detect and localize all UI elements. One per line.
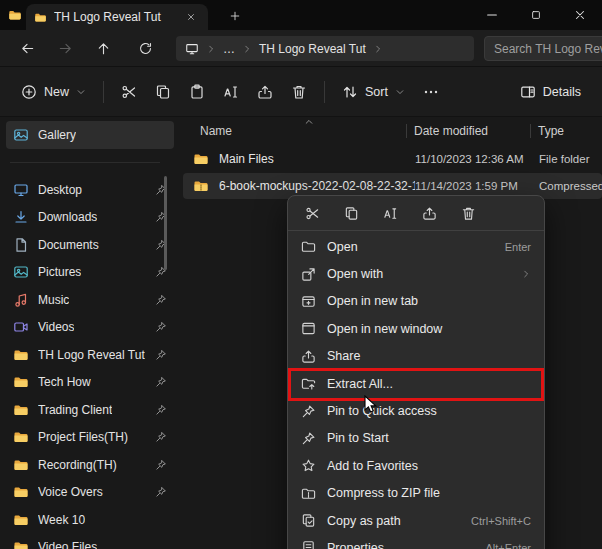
share-button[interactable] xyxy=(416,200,442,226)
column-divider[interactable] xyxy=(530,124,531,138)
sort-button-label: Sort xyxy=(365,85,388,99)
file-type: Compressed ( xyxy=(539,180,602,192)
menu-item-share[interactable]: Share xyxy=(288,343,544,370)
cut-button[interactable] xyxy=(299,200,325,226)
chevron-down-icon xyxy=(76,87,86,97)
new-plus-icon xyxy=(21,84,37,100)
sidebar-item-project-files-th[interactable]: Project Files(TH) xyxy=(6,424,174,452)
sidebar-item-gallery[interactable]: Gallery xyxy=(6,121,174,149)
menu-item-pin-to-quick-access[interactable]: Pin to Quick access xyxy=(288,397,544,424)
file-row-main-files[interactable]: Main Files 11/10/2023 12:36 AM File fold… xyxy=(183,146,602,172)
minimize-button[interactable] xyxy=(470,0,514,30)
pin-icon xyxy=(155,486,167,498)
copy-button[interactable] xyxy=(146,76,180,108)
menu-item-shortcut: Alt+Enter xyxy=(485,542,531,549)
share-icon xyxy=(301,349,316,364)
close-button[interactable] xyxy=(558,0,602,30)
menu-item-open-with[interactable]: Open with xyxy=(288,260,544,287)
title-bar: TH Logo Reveal Tut xyxy=(0,0,602,30)
delete-button[interactable] xyxy=(455,200,481,226)
folder-icon xyxy=(34,11,47,24)
pin-icon xyxy=(155,321,167,333)
column-divider[interactable] xyxy=(406,124,407,138)
sidebar-item-label: Music xyxy=(38,293,69,307)
sidebar-item-th-logo-reveal-tut[interactable]: TH Logo Reveal Tut xyxy=(6,341,174,369)
forward-button[interactable] xyxy=(50,34,80,62)
tab-title: TH Logo Reveal Tut xyxy=(54,10,175,24)
column-header-name[interactable]: Name xyxy=(200,124,232,138)
menu-item-label: Copy as path xyxy=(327,514,460,528)
pin-icon xyxy=(301,431,316,446)
tab-close-button[interactable] xyxy=(182,8,200,26)
close-icon xyxy=(573,8,587,22)
pin-icon xyxy=(155,376,167,388)
sidebar-item-music[interactable]: Music xyxy=(6,286,174,314)
menu-item-copy-as-path[interactable]: Copy as path Ctrl+Shift+C xyxy=(288,507,544,534)
sidebar-item-recording-th[interactable]: Recording(TH) xyxy=(6,451,174,479)
menu-item-label: Compress to ZIP file xyxy=(327,486,520,500)
sidebar-item-tech-how[interactable]: Tech How xyxy=(6,369,174,397)
up-button[interactable] xyxy=(88,34,118,62)
sidebar-item-pictures[interactable]: Pictures xyxy=(6,259,174,287)
sidebar-item-downloads[interactable]: Downloads xyxy=(6,204,174,232)
breadcrumb-current-folder[interactable]: TH Logo Reveal Tut xyxy=(259,42,366,56)
column-header-date-modified[interactable]: Date modified xyxy=(414,124,488,138)
sidebar-item-label: Project Files(TH) xyxy=(38,430,128,444)
maximize-button[interactable] xyxy=(514,0,558,30)
documents-icon xyxy=(13,237,29,253)
column-header-type[interactable]: Type xyxy=(538,124,564,138)
address-bar[interactable]: … TH Logo Reveal Tut xyxy=(176,36,474,61)
sidebar-item-label: Documents xyxy=(38,238,99,252)
search-input[interactable] xyxy=(484,36,602,61)
copy-button[interactable] xyxy=(338,200,364,226)
breadcrumb-ellipsis[interactable]: … xyxy=(223,42,235,56)
explorer-tab[interactable]: TH Logo Reveal Tut xyxy=(26,4,208,30)
menu-item-open[interactable]: Open Enter xyxy=(288,233,544,260)
details-button-label: Details xyxy=(543,85,581,99)
sidebar-scrollbar[interactable] xyxy=(164,176,167,270)
delete-button[interactable] xyxy=(282,76,316,108)
this-pc-icon xyxy=(185,42,199,56)
new-button[interactable]: New xyxy=(12,76,95,108)
pin-icon xyxy=(155,404,167,416)
menu-item-pin-to-start[interactable]: Pin to Start xyxy=(288,425,544,452)
rename-button[interactable] xyxy=(214,76,248,108)
menu-item-open-in-new-window[interactable]: Open in new window xyxy=(288,315,544,342)
sidebar-item-label: Trading Client xyxy=(38,403,112,417)
sidebar-item-trading-client[interactable]: Trading Client xyxy=(6,396,174,424)
file-type: File folder xyxy=(539,153,590,165)
star-icon xyxy=(301,458,316,473)
sort-ascending-icon xyxy=(304,117,314,127)
sidebar-item-week-10[interactable]: Week 10 xyxy=(6,506,174,534)
properties-icon xyxy=(301,540,316,549)
menu-item-add-to-favorites[interactable]: Add to Favorites xyxy=(288,452,544,479)
new-tab-button[interactable] xyxy=(226,7,244,25)
folder-icon xyxy=(13,539,29,549)
menu-item-compress-to-zip[interactable]: Compress to ZIP file xyxy=(288,480,544,507)
delete-icon xyxy=(461,206,476,221)
refresh-icon xyxy=(138,41,153,56)
sort-button[interactable]: Sort xyxy=(333,76,414,108)
videos-icon xyxy=(13,319,29,335)
back-button[interactable] xyxy=(12,34,42,62)
paste-button[interactable] xyxy=(180,76,214,108)
navigation-sidebar: Gallery Desktop Downloads Documents Pict… xyxy=(0,118,180,549)
open-with-icon xyxy=(301,267,316,282)
more-options-button[interactable] xyxy=(414,76,448,108)
sidebar-item-label: Downloads xyxy=(38,210,97,224)
menu-item-open-in-new-tab[interactable]: Open in new tab xyxy=(288,288,544,315)
sidebar-item-voice-overs[interactable]: Voice Overs xyxy=(6,479,174,507)
details-view-button[interactable]: Details xyxy=(511,76,590,108)
mouse-cursor xyxy=(364,395,378,415)
share-button[interactable] xyxy=(248,76,282,108)
refresh-button[interactable] xyxy=(130,34,160,62)
menu-item-properties[interactable]: Properties Alt+Enter xyxy=(288,534,544,549)
sidebar-item-documents[interactable]: Documents xyxy=(6,231,174,259)
sidebar-item-video-files[interactable]: Video Files xyxy=(6,534,174,549)
annotation-box xyxy=(288,368,544,401)
sidebar-item-videos[interactable]: Videos xyxy=(6,314,174,342)
cut-button[interactable] xyxy=(112,76,146,108)
pin-icon xyxy=(155,294,167,306)
sidebar-item-desktop[interactable]: Desktop xyxy=(6,176,174,204)
rename-button[interactable] xyxy=(377,200,403,226)
